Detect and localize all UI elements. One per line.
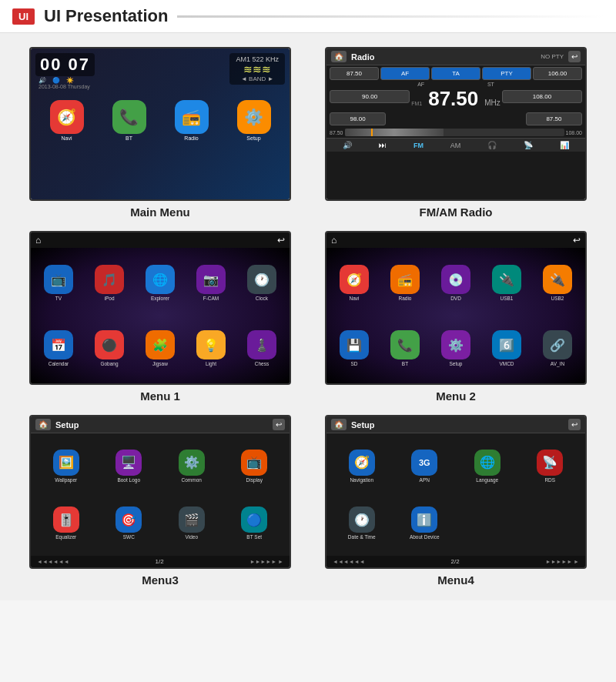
menu1-home-icon[interactable]: ⌂ bbox=[35, 235, 41, 246]
setup3-home-btn[interactable]: 🏠 bbox=[35, 419, 51, 430]
radio-fm-btn[interactable]: FM bbox=[413, 142, 424, 149]
app-item-rds[interactable]: 📡RDS bbox=[520, 438, 581, 494]
app-label-navigation: Navigation bbox=[350, 477, 373, 483]
radio-freq3[interactable]: 90.00 bbox=[330, 90, 410, 103]
app-item-navigation[interactable]: 🧭Navigation bbox=[331, 438, 393, 494]
menu2-home-icon[interactable]: ⌂ bbox=[331, 235, 336, 246]
cell-radio: 🏠 Radio NO PTY ↩ 87.50 AF TA PTY 106.00 … bbox=[308, 41, 604, 225]
menu4-content: 🏠 Setup ↩ 🧭Navigation3GAPN🌐Language📡RDS🕐… bbox=[326, 416, 585, 567]
app-item-sd[interactable]: 💾SD bbox=[330, 316, 379, 380]
app-icon-wallpaper: 🖼️ bbox=[53, 450, 79, 476]
setup4-back-btn[interactable]: ↩ bbox=[568, 419, 581, 430]
menu1-grid: 📺TV🎵iPod🌐Explorer📷F-CAM🕐Clock📅Calendar⚫G… bbox=[31, 248, 290, 383]
app-item-explorer[interactable]: 🌐Explorer bbox=[136, 251, 185, 315]
setup3-header: 🏠 Setup ↩ bbox=[31, 416, 290, 433]
app-icon-calendar: 📅 bbox=[44, 330, 73, 359]
app-icon-sd: 💾 bbox=[340, 330, 369, 359]
radio-freq1[interactable]: 87.50 bbox=[330, 67, 379, 80]
radio-content: 🏠 Radio NO PTY ↩ 87.50 AF TA PTY 106.00 … bbox=[326, 48, 585, 199]
radio-pty-btn[interactable]: PTY bbox=[482, 67, 531, 80]
app-item-language[interactable]: 🌐Language bbox=[457, 438, 518, 494]
mm-date-text: 2013-08-08 Thursday bbox=[35, 84, 95, 89]
menu1-back-icon[interactable]: ↩ bbox=[277, 235, 285, 246]
setup4-nav-prev[interactable]: ◄◄◄◄◄◄ bbox=[333, 559, 365, 564]
app-item-bootlogo[interactable]: 🖥️Boot Logo bbox=[99, 438, 160, 494]
app-item-navi[interactable]: 🧭Navi bbox=[330, 251, 379, 315]
radio-freq5[interactable]: 98.00 bbox=[330, 112, 386, 125]
app-item-f-cam[interactable]: 📷F-CAM bbox=[186, 251, 236, 315]
app-icon-vmcd: 6️⃣ bbox=[492, 330, 521, 359]
radio-main-freq-row: FM1 87.50 MHz bbox=[411, 87, 500, 111]
setup3-back-btn[interactable]: ↩ bbox=[273, 419, 285, 430]
mm-app-radio[interactable]: 📻Radio bbox=[175, 100, 209, 141]
mm-app-navi[interactable]: 🧭Navi bbox=[50, 100, 84, 141]
radio-am-btn[interactable]: AM bbox=[450, 142, 461, 149]
cell-menu2: ⌂ ↩ 🧭Navi📻Radio💿DVD🔌USB1🔌USB2💾SD📞BT⚙️Set… bbox=[308, 225, 604, 409]
mm-icon-setup: ⚙️ bbox=[237, 100, 271, 134]
radio-home-btn[interactable]: 🏠 bbox=[331, 51, 346, 62]
app-item-bt[interactable]: 📞BT bbox=[380, 316, 430, 380]
app-item-usb1[interactable]: 🔌USB1 bbox=[482, 251, 531, 315]
app-label-jigsaw: Jigsaw bbox=[152, 361, 168, 366]
radio-fm1-label: FM1 bbox=[411, 101, 422, 106]
menu2-back-icon[interactable]: ↩ bbox=[573, 235, 581, 246]
radio-freq6[interactable]: 87.50 bbox=[526, 112, 582, 125]
mm-radio-display: AM1 522 KHz ≋≋≋ ◄ BAND ► bbox=[229, 53, 285, 85]
app-item-tv[interactable]: 📺TV bbox=[34, 251, 83, 315]
app-item-light[interactable]: 💡Light bbox=[186, 316, 236, 380]
app-label-bootlogo: Boot Logo bbox=[117, 477, 140, 483]
setup4-header: 🏠 Setup ↩ bbox=[326, 416, 585, 433]
radio-ta-btn[interactable]: TA bbox=[431, 67, 480, 80]
mm-app-setup[interactable]: ⚙️Setup bbox=[237, 100, 271, 141]
radio-seek-bar[interactable] bbox=[345, 129, 564, 136]
app-item-jigsaw[interactable]: 🧩Jigsaw bbox=[136, 316, 185, 380]
radio-bar-fill bbox=[345, 129, 444, 136]
app-item-chess[interactable]: ♟️Chess bbox=[237, 316, 286, 380]
app-item-date&time[interactable]: 🕐Date & Time bbox=[331, 496, 393, 552]
setup3-nav-next[interactable]: ►►►►► ► bbox=[249, 559, 283, 564]
app-item-vmcd[interactable]: 6️⃣VMCD bbox=[482, 316, 531, 380]
radio-back-btn[interactable]: ↩ bbox=[568, 51, 581, 62]
radio-bar-row: 87.50 108.00 bbox=[326, 127, 585, 138]
radio-skip-icon[interactable]: ⏭ bbox=[379, 141, 387, 149]
radio-af-btn[interactable]: AF bbox=[380, 67, 430, 80]
app-item-gobang[interactable]: ⚫Gobang bbox=[85, 316, 134, 380]
app-icon-light: 💡 bbox=[196, 330, 226, 359]
app-label-bt: BT bbox=[402, 361, 408, 366]
setup3-grid: 🖼️Wallpaper🖥️Boot Logo⚙️Common📺Display🎚️… bbox=[31, 433, 290, 556]
app-item-dvd[interactable]: 💿DVD bbox=[431, 251, 480, 315]
mm-app-bt[interactable]: 📞BT bbox=[112, 100, 146, 141]
app-item-ipod[interactable]: 🎵iPod bbox=[85, 251, 134, 315]
app-item-display[interactable]: 📺Display bbox=[224, 438, 286, 494]
app-item-setup[interactable]: ⚙️Setup bbox=[431, 316, 480, 380]
setup4-nav-next[interactable]: ►►►►► ► bbox=[545, 559, 579, 564]
app-item-btset[interactable]: 🔵BT Set bbox=[224, 496, 286, 552]
app-item-av_in[interactable]: 🔗AV_IN bbox=[533, 316, 582, 380]
app-item-apn[interactable]: 3GAPN bbox=[394, 438, 456, 494]
app-item-video[interactable]: 🎬Video bbox=[161, 496, 223, 552]
app-item-clock[interactable]: 🕐Clock bbox=[237, 251, 286, 315]
radio-freq4[interactable]: 108.00 bbox=[502, 90, 582, 103]
radio-antenna-icon[interactable]: 📡 bbox=[524, 141, 533, 149]
setup4-home-btn[interactable]: 🏠 bbox=[331, 419, 346, 430]
mm-label-radio: Radio bbox=[184, 135, 198, 141]
app-item-usb2[interactable]: 🔌USB2 bbox=[533, 251, 582, 315]
app-item-radio[interactable]: 📻Radio bbox=[380, 251, 430, 315]
cell-menu1: ⌂ ↩ 📺TV🎵iPod🌐Explorer📷F-CAM🕐Clock📅Calend… bbox=[12, 225, 308, 409]
app-item-common[interactable]: ⚙️Common bbox=[161, 438, 223, 494]
radio-vol-icon[interactable]: 🔊 bbox=[343, 141, 352, 149]
radio-btn-row1: 87.50 AF TA PTY 106.00 bbox=[326, 65, 585, 82]
setup4-title: Setup bbox=[351, 420, 564, 430]
app-label-sd: SD bbox=[350, 361, 357, 366]
app-item-wallpaper[interactable]: 🖼️Wallpaper bbox=[35, 438, 97, 494]
radio-freq2[interactable]: 106.00 bbox=[533, 67, 582, 80]
mm-left: 00 07 🔊 🔵 ☀️ 2013-08-08 Thursday bbox=[35, 53, 95, 89]
radio-header: 🏠 Radio NO PTY ↩ bbox=[326, 48, 585, 65]
app-item-swc[interactable]: 🎯SWC bbox=[99, 496, 160, 552]
setup3-nav-prev[interactable]: ◄◄◄◄◄◄ bbox=[37, 559, 69, 564]
radio-signal-icon[interactable]: 📊 bbox=[560, 141, 569, 149]
app-item-equalizer[interactable]: 🎚️Equalizer bbox=[35, 496, 97, 552]
app-item-calendar[interactable]: 📅Calendar bbox=[34, 316, 83, 380]
radio-headphone-icon[interactable]: 🎧 bbox=[487, 141, 497, 149]
app-item-aboutdevice[interactable]: ℹ️About Device bbox=[394, 496, 456, 552]
